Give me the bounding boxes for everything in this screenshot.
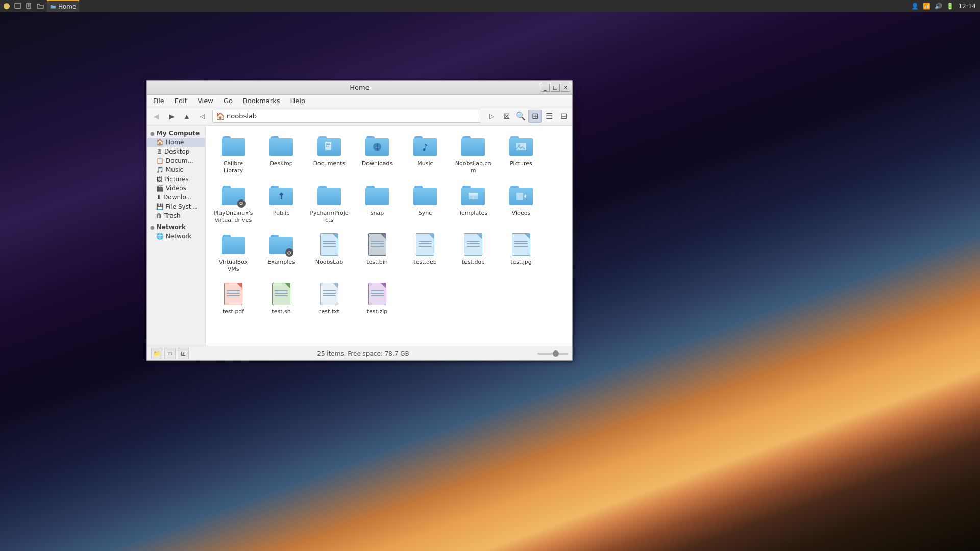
taskbar-left: Home: [2, 0, 79, 12]
playonlinux-icon-wrapper: ⚙: [221, 183, 246, 208]
svg-rect-13: [516, 143, 526, 150]
taskbar-volume-icon: 🔊: [935, 3, 942, 10]
file-item-playonlinux[interactable]: ⚙ PlayOnLinux's virtual drives: [211, 180, 256, 228]
sidebar-header-network[interactable]: ● Network: [147, 222, 205, 232]
window-maximize-button[interactable]: □: [551, 84, 560, 92]
files-grid: Calibre Library Desktop: [211, 131, 567, 318]
test-deb-label: test.deb: [413, 259, 436, 266]
file-item-calibre-library[interactable]: Calibre Library: [211, 131, 256, 178]
pycharm-label: PycharmProjects: [309, 210, 350, 224]
statusbar-icon-expand[interactable]: ⊞: [178, 348, 189, 359]
view-icons-button[interactable]: ⊞: [528, 110, 542, 123]
window-body: ● My Compute 🏠 Home 🖥 Desktop 📋 Docum...…: [147, 126, 572, 346]
back-button[interactable]: ◀: [149, 109, 163, 123]
sidebar-trash-label: Trash: [164, 212, 181, 219]
templates-label: Templates: [459, 210, 487, 217]
statusbar-icon-folder[interactable]: 📁: [151, 348, 162, 359]
noobslab-com-icon-wrapper: [461, 134, 485, 158]
location-bar: 🏠 noobslab: [212, 110, 481, 123]
file-item-documents[interactable]: Documents: [307, 131, 352, 178]
forward-button[interactable]: ▶: [164, 109, 179, 123]
sidebar-item-documents[interactable]: 📋 Docum...: [147, 156, 205, 165]
file-item-noobslab-com[interactable]: NoobsLab.com: [451, 131, 496, 178]
sidebar-item-pictures[interactable]: 🖼 Pictures: [147, 174, 205, 184]
file-item-videos[interactable]: Videos: [499, 180, 544, 228]
taskbar-show-desktop-icon[interactable]: [13, 2, 22, 11]
menu-go[interactable]: Go: [219, 96, 237, 106]
menu-view[interactable]: View: [193, 96, 217, 106]
file-item-test-zip[interactable]: test.zip: [355, 279, 400, 318]
up-button[interactable]: ▲: [180, 109, 194, 123]
taskbar-launcher-icon[interactable]: [2, 2, 11, 11]
file-item-pycharm[interactable]: PycharmProjects: [307, 180, 352, 228]
view-list-button[interactable]: ☰: [543, 110, 556, 123]
sidebar-item-music[interactable]: 🎵 Music: [147, 165, 205, 174]
file-item-examples[interactable]: ⚙ Examples: [259, 229, 304, 277]
taskbar-file-icon[interactable]: [24, 2, 34, 11]
file-item-test-doc[interactable]: test.doc: [451, 229, 496, 277]
sidebar-item-downloads[interactable]: ⬇ Downlo...: [147, 193, 205, 202]
file-item-sync[interactable]: Sync: [403, 180, 448, 228]
folder-icon-virtualbox: [222, 235, 245, 254]
sidebar-item-trash[interactable]: 🗑 Trash: [147, 211, 205, 220]
file-item-test-jpg[interactable]: test.jpg: [499, 229, 544, 277]
folder-icon-pictures: [509, 136, 533, 156]
file-item-public[interactable]: ↑ Public: [259, 180, 304, 228]
examples-icon-wrapper: ⚙: [269, 232, 293, 257]
desktop-icon-wrapper: [269, 134, 293, 158]
zoom-slider[interactable]: [537, 353, 568, 355]
virtualbox-label: VirtualBox VMs: [213, 259, 254, 273]
file-item-test-txt[interactable]: test.txt: [307, 279, 352, 318]
sidebar-item-filesystem[interactable]: 💾 File Syst...: [147, 202, 205, 211]
forward-location-button[interactable]: ▷: [484, 109, 499, 123]
documents-label: Documents: [313, 160, 346, 167]
file-item-noobslab[interactable]: NoobsLab: [307, 229, 352, 277]
file-item-desktop[interactable]: Desktop: [259, 131, 304, 178]
svg-point-11: [373, 143, 381, 151]
nav-back-button[interactable]: ◁: [195, 109, 209, 123]
file-item-pictures[interactable]: Pictures: [499, 131, 544, 178]
test-zip-icon-wrapper: [365, 282, 389, 306]
main-content: Calibre Library Desktop: [206, 126, 572, 346]
window-minimize-button[interactable]: _: [541, 84, 550, 92]
sidebar-filesystem-label: File Syst...: [166, 203, 197, 210]
sidebar-header-mycompute[interactable]: ● My Compute: [147, 129, 205, 138]
sidebar-item-desktop[interactable]: 🖥 Desktop: [147, 147, 205, 156]
sidebar-item-network[interactable]: 🌐 Network: [147, 232, 205, 241]
zoom-fit-button[interactable]: ⊠: [500, 110, 513, 123]
file-item-virtualbox[interactable]: VirtualBox VMs: [211, 229, 256, 277]
statusbar-icon-list[interactable]: ≡: [164, 348, 176, 359]
network-expand-icon: ●: [150, 224, 155, 230]
file-item-templates[interactable]: Templates: [451, 180, 496, 228]
taskbar-folder-icon[interactable]: [36, 2, 45, 11]
view-compact-button[interactable]: ⊟: [557, 110, 570, 123]
file-item-test-deb[interactable]: test.deb: [403, 229, 448, 277]
videos-sidebar-icon: 🎬: [156, 185, 164, 192]
file-item-snap[interactable]: snap: [355, 180, 400, 228]
menu-file[interactable]: File: [149, 96, 168, 106]
mycompute-expand-icon: ●: [150, 131, 155, 136]
menu-edit[interactable]: Edit: [170, 96, 191, 106]
test-sh-label: test.sh: [272, 308, 290, 315]
statusbar: 📁 ≡ ⊞ 25 items, Free space: 78.7 GB: [147, 346, 572, 360]
menu-bookmarks[interactable]: Bookmarks: [239, 96, 284, 106]
test-zip-label: test.zip: [367, 308, 387, 315]
svg-rect-1: [15, 3, 21, 8]
file-item-test-sh[interactable]: test.sh: [259, 279, 304, 318]
toolbar-right: ⊠ 🔍 ⊞ ☰ ⊟: [500, 110, 570, 123]
taskbar-app-home[interactable]: Home: [47, 0, 79, 12]
sidebar-item-home[interactable]: 🏠 Home: [147, 138, 205, 147]
window-close-button[interactable]: ✕: [561, 84, 570, 92]
svg-point-0: [4, 3, 10, 9]
file-item-music[interactable]: ♪ Music: [403, 131, 448, 178]
menu-help[interactable]: Help: [286, 96, 309, 106]
svg-rect-10: [326, 146, 329, 147]
svg-rect-8: [326, 143, 330, 144]
folder-icon-documents: [317, 136, 341, 156]
music-sidebar-icon: 🎵: [156, 166, 164, 173]
search-button[interactable]: 🔍: [514, 110, 527, 123]
file-item-test-pdf[interactable]: test.pdf: [211, 279, 256, 318]
file-item-test-bin[interactable]: test.bin: [355, 229, 400, 277]
sidebar-item-videos[interactable]: 🎬 Videos: [147, 184, 205, 193]
file-item-downloads[interactable]: ↓ Downloads: [355, 131, 400, 178]
